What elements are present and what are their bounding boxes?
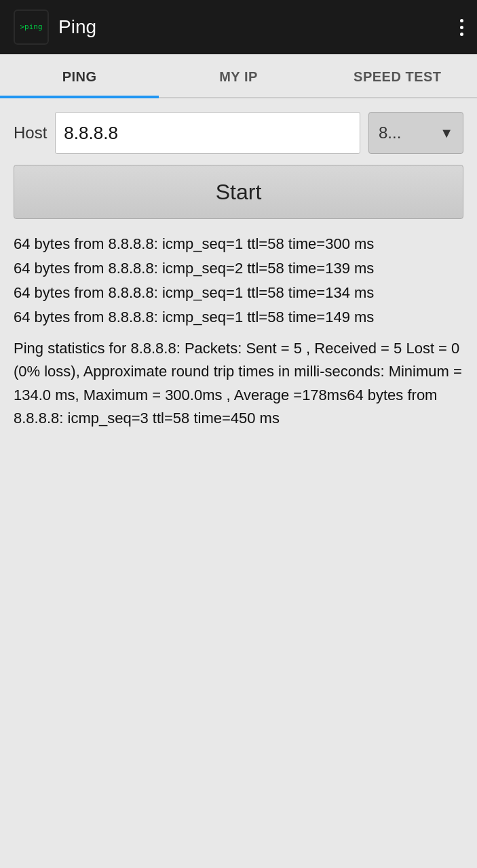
host-dropdown-text: 8... xyxy=(379,123,401,142)
host-dropdown[interactable]: 8... ▼ xyxy=(368,112,463,154)
results-area: 64 bytes from 8.8.8.8: icmp_seq=1 ttl=58… xyxy=(14,233,463,430)
result-line-1: 64 bytes from 8.8.8.8: icmp_seq=1 ttl=58… xyxy=(14,233,463,256)
tab-bar: PING MY IP SPEED TEST xyxy=(0,54,477,98)
chevron-down-icon: ▼ xyxy=(440,125,453,141)
tab-my-ip[interactable]: MY IP xyxy=(159,54,318,98)
tab-speed-test[interactable]: SPEED TEST xyxy=(318,54,477,98)
top-bar: >ping Ping xyxy=(0,0,477,54)
host-input[interactable] xyxy=(55,112,360,154)
app-icon: >ping xyxy=(14,9,49,45)
tab-ping[interactable]: PING xyxy=(0,54,159,98)
statistics-text: Ping statistics for 8.8.8.8: Packets: Se… xyxy=(14,337,463,429)
app-title: Ping xyxy=(58,16,96,38)
result-line-3: 64 bytes from 8.8.8.8: icmp_seq=1 ttl=58… xyxy=(14,281,463,304)
host-label: Host xyxy=(14,123,47,142)
result-line-2: 64 bytes from 8.8.8.8: icmp_seq=2 ttl=58… xyxy=(14,257,463,280)
main-content: Host 8... ▼ Start 64 bytes from 8.8.8.8:… xyxy=(0,98,477,445)
host-row: Host 8... ▼ xyxy=(14,112,463,154)
start-button[interactable]: Start xyxy=(14,165,463,219)
top-bar-left: >ping Ping xyxy=(14,9,96,45)
result-line-4: 64 bytes from 8.8.8.8: icmp_seq=1 ttl=58… xyxy=(14,306,463,329)
more-options-button[interactable] xyxy=(460,19,463,36)
